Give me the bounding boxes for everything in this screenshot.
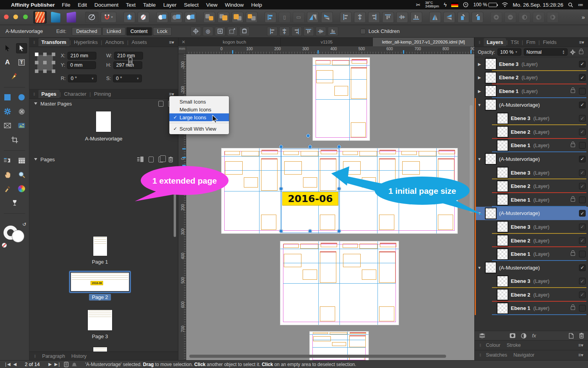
layer-stack-icon[interactable] xyxy=(479,333,486,338)
layer-expander-icon[interactable]: ▶ xyxy=(476,75,483,80)
layer-name[interactable]: (A-Mustervorlage) xyxy=(499,102,540,108)
pages-scrollbar[interactable] xyxy=(174,170,176,237)
transform-origin-icon[interactable] xyxy=(191,27,201,36)
next-page-button[interactable]: ▶ xyxy=(48,362,51,367)
tab-character[interactable]: Character xyxy=(61,90,89,98)
zoom-tool[interactable] xyxy=(16,169,27,180)
rectangle-tool[interactable] xyxy=(2,92,13,102)
cog-shape-tool[interactable] xyxy=(2,106,13,117)
tab-options-menu-icon[interactable]: ≡▾ xyxy=(169,40,174,45)
minimize-window-button[interactable] xyxy=(13,15,18,19)
geometry-intersect-button[interactable] xyxy=(185,12,196,23)
page-thumbnail[interactable] xyxy=(93,237,107,256)
align-middle-button[interactable] xyxy=(396,12,408,23)
align-left-button[interactable] xyxy=(340,12,352,23)
layer-name[interactable]: Ebene 1 (Layer) xyxy=(511,197,550,203)
new-layer-icon[interactable] xyxy=(569,333,573,339)
layer-thumbnail[interactable] xyxy=(485,99,497,111)
y-field[interactable]: 0 mm xyxy=(67,61,96,69)
pen-tool[interactable] xyxy=(9,71,20,82)
swap-fill-stroke-icon[interactable]: ↺ xyxy=(22,222,26,227)
layer-expander-icon[interactable]: ▼ xyxy=(476,211,483,215)
tab-swatches[interactable]: Swatches xyxy=(486,352,507,358)
photo-persona-button[interactable] xyxy=(65,11,78,24)
flip-horizontal-button[interactable] xyxy=(307,12,319,23)
layer-settings-gear-icon[interactable] xyxy=(570,49,575,55)
layer-thumbnail[interactable] xyxy=(497,140,508,151)
align-right-button[interactable] xyxy=(368,12,380,23)
layer-row[interactable]: Ebene 2 (Layer)✓ xyxy=(475,179,588,193)
preflight-book-icon[interactable] xyxy=(64,362,69,367)
publisher-persona-button[interactable] xyxy=(33,11,47,24)
menu-item-large-icons[interactable]: ✓Large Icons xyxy=(169,113,229,121)
adjustment-layer-icon[interactable] xyxy=(521,333,526,339)
order-back-button[interactable] xyxy=(203,12,215,23)
cycle-selection-box-icon[interactable]: ◎ xyxy=(203,27,213,36)
layer-row[interactable]: ▶Ebene 2 (Layer)✓ xyxy=(475,71,588,85)
blend-mode-dropdown[interactable]: Normal▲▼ xyxy=(524,48,568,56)
pages-header[interactable]: Pages xyxy=(29,155,178,164)
layer-thumbnail[interactable] xyxy=(497,167,508,179)
pages-disclosure-icon[interactable] xyxy=(34,158,37,160)
layer-visibility-checkbox[interactable]: ✓ xyxy=(579,197,586,203)
colourBar-menu-icon[interactable]: ≡▾ xyxy=(578,342,583,348)
zoom-100-button[interactable] xyxy=(533,12,544,23)
page-thumbnail-label[interactable]: Page 3 xyxy=(69,333,131,339)
ctx-align-middle-icon[interactable] xyxy=(316,27,326,36)
rotate-selection-icon[interactable] xyxy=(239,27,250,36)
layer-visibility-checkbox[interactable]: ✓ xyxy=(579,74,586,81)
layer-expander-icon[interactable]: ▼ xyxy=(476,157,483,161)
layer-row[interactable]: Ebene 1 (Layer)✓ xyxy=(475,247,588,261)
preview-mode-button[interactable] xyxy=(85,12,98,23)
ctx-align-bottom-icon[interactable] xyxy=(328,27,338,36)
tab-pages[interactable]: Pages xyxy=(38,90,60,98)
menu-item-text[interactable]: Text xyxy=(126,2,136,8)
crop-tool[interactable] xyxy=(9,135,20,145)
layer-name[interactable]: Ebene 1 (Layer) xyxy=(499,88,538,94)
edit-mode-linked-button[interactable]: Linked xyxy=(102,27,125,36)
ctx-align-center-icon[interactable] xyxy=(279,27,290,36)
page-thumbnail[interactable]: 2016-06 xyxy=(71,273,129,291)
layer-thumbnail[interactable] xyxy=(485,58,497,70)
layer-row[interactable]: ▶Ebene 1 (Layer)✓ xyxy=(475,84,588,98)
warnings-bell-icon[interactable] xyxy=(72,362,77,367)
document-tab[interactable]: v1105 xyxy=(281,38,373,46)
page-indicator[interactable]: 2 of 14 xyxy=(25,362,40,367)
colour-wheel-tool[interactable] xyxy=(16,184,27,194)
node-tool[interactable] xyxy=(16,43,27,53)
horizontal-ruler[interactable]: 0100200300400500600700800900 xyxy=(186,46,474,54)
layer-visibility-checkbox[interactable]: ✓ xyxy=(579,278,586,284)
layer-name[interactable]: Ebene 2 (Layer) xyxy=(511,129,550,135)
layer-visibility-checkbox[interactable]: ✓ xyxy=(579,88,586,95)
shear-field[interactable]: 0 °▾ xyxy=(113,75,142,82)
layer-row[interactable]: Ebene 2 (Layer)✓ xyxy=(475,125,588,139)
align-center-button[interactable] xyxy=(354,12,366,23)
flip-vertical-2-button[interactable] xyxy=(443,12,455,23)
selection-handle[interactable] xyxy=(279,145,283,149)
zoom-out-button[interactable] xyxy=(505,12,516,23)
layer-visibility-checkbox[interactable]: ✓ xyxy=(579,251,586,257)
layer-visibility-checkbox[interactable]: ✓ xyxy=(579,305,586,312)
order-backward-button[interactable] xyxy=(218,12,229,23)
layer-name[interactable]: Ebene 1 (Layer) xyxy=(511,305,550,311)
layer-thumbnail[interactable] xyxy=(485,85,497,97)
layer-thumbnail[interactable] xyxy=(485,153,497,165)
spread-page-1[interactable] xyxy=(313,58,370,140)
time-machine-icon[interactable] xyxy=(463,2,468,7)
swatchBar-menu-icon[interactable]: ≡▾ xyxy=(578,352,583,358)
text-flow-tool[interactable] xyxy=(2,155,13,166)
tab-colour[interactable]: Colour xyxy=(486,342,501,348)
layer-visibility-checkbox[interactable]: ✓ xyxy=(579,142,586,149)
control-center-icon[interactable]: ≔ xyxy=(578,2,583,8)
edit-mode-lock-button[interactable]: Lock xyxy=(153,27,172,36)
page-thumbnail-label[interactable]: Page 2 xyxy=(69,294,131,300)
delete-page-icon[interactable] xyxy=(168,157,173,162)
align-options-button[interactable] xyxy=(265,12,276,23)
menu-item-window[interactable]: Window xyxy=(225,2,244,8)
opacity-dropdown[interactable]: 100 %▾ xyxy=(497,48,521,56)
fill-swatch[interactable] xyxy=(12,230,24,242)
layer-visibility-checkbox[interactable]: ✓ xyxy=(579,291,586,298)
last-page-button[interactable]: ▶❘ xyxy=(54,362,61,367)
master-pages-disclosure-icon[interactable] xyxy=(34,102,37,105)
layer-name[interactable]: (A-Mustervorlage) xyxy=(499,265,540,271)
